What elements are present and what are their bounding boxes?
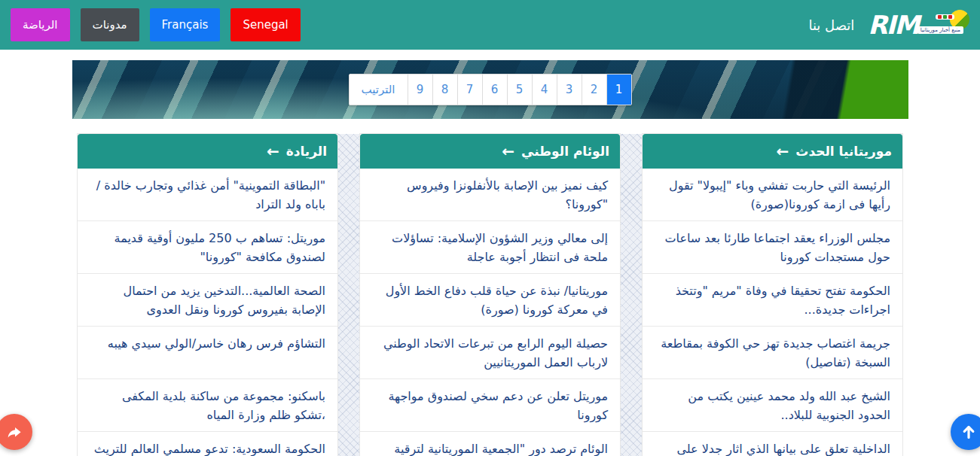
topbar-nav: الرياضةمدوناتFrançaisSenegal [11, 8, 301, 41]
nav-button-french[interactable]: Français [150, 8, 221, 41]
news-headline-link[interactable]: الوئام ترصد دور "الجمعية الموريتانية لتر… [360, 432, 620, 456]
pagination-page-6[interactable]: 6 [482, 74, 507, 105]
logo-text: RIM [868, 12, 918, 38]
news-headline-link[interactable]: الحكومة تفتح تحقيقا في وفاة "مريم "وتتخذ… [643, 274, 902, 327]
pagination-sort-label[interactable]: الترتيب [350, 74, 408, 105]
news-headline-link[interactable]: مجلس الوزراء يعقد اجتماعا طارئا بعد ساعا… [643, 221, 902, 274]
news-headline-link[interactable]: حصيلة اليوم الرابع من تبرعات الاتحاد الو… [360, 327, 620, 379]
logo-tagline: منبع أخبار موريتانيا [917, 26, 963, 34]
pagination-page-2[interactable]: 2 [582, 74, 606, 105]
nav-button-sports[interactable]: الرياضة [11, 8, 70, 41]
main-content: الترتيب987654321 موريتانيا الحدث←الرئيسة… [0, 50, 980, 456]
news-headline-link[interactable]: التشاؤم فرس رهان خاسر/الولي سيدي هيبه [78, 327, 337, 379]
news-headline-link[interactable]: موريتل: تساهم ب 250 مليون أوقية قديمة لص… [78, 221, 337, 274]
news-column: موريتانيا الحدث←الرئيسة التي حاربت تفشي … [643, 134, 902, 456]
news-columns: موريتانيا الحدث←الرئيسة التي حاربت تفشي … [78, 134, 902, 456]
news-headline-link[interactable]: الحكومة السعودية: تدعو مسلمي العالم للتر… [78, 432, 337, 456]
news-headline-link[interactable]: موريتانيا/ نبذة عن حياة قلب دفاع الخط ال… [360, 274, 620, 327]
pagination-page-7[interactable]: 7 [457, 74, 482, 105]
news-headline-link[interactable]: الداخلية تعلق على بيانها الذي اثار جدلا … [643, 432, 902, 456]
news-headline-link[interactable]: الرئيسة التي حاربت تفشي وباء "إيبولا" تق… [643, 169, 902, 221]
arrow-left-icon: ← [777, 142, 789, 160]
pagination-page-9[interactable]: 9 [408, 74, 432, 105]
news-headline-link[interactable]: باسكنو: مجموعة من ساكنة بلدية المكفى ،تش… [78, 379, 337, 432]
column-header[interactable]: موريتانيا الحدث← [643, 134, 902, 169]
news-headline-link[interactable]: "البطاقة التموينية" أمن غذائي وتجارب خال… [78, 169, 337, 221]
news-headline-link[interactable]: إلى معالي وزير الشؤون الإسلامية: تساؤلات… [360, 221, 620, 274]
logo-mark: منبع أخبار موريتانيا [921, 8, 969, 41]
news-column: الوئام الوطني←كيف نميز بين الإصابة بالأن… [360, 134, 620, 456]
nav-button-senegal[interactable]: Senegal [230, 8, 300, 41]
arrow-left-icon: ← [267, 142, 279, 160]
pagination-bar: الترتيب987654321 [349, 74, 632, 105]
topbar: RIM منبع أخبار موريتانيا اتصل بنا الرياض… [0, 0, 980, 50]
pagination-page-3[interactable]: 3 [557, 74, 582, 105]
column-title: الوئام الوطني [521, 144, 609, 159]
pagination-page-1[interactable]: 1 [606, 74, 631, 105]
column-title: الريادة [286, 144, 327, 159]
pagination-page-5[interactable]: 5 [507, 74, 532, 105]
logo-dots-icon [936, 14, 954, 20]
nav-button-blogs[interactable]: مدونات [81, 8, 139, 41]
news-headline-link[interactable]: الشيخ عبد الله ولد محمد عينين يكتب من ال… [643, 379, 902, 432]
arrow-left-icon: ← [502, 142, 514, 160]
news-headline-link[interactable]: كيف نميز بين الإصابة بالأنفلونزا وفيروس … [360, 169, 620, 221]
column-header[interactable]: الوئام الوطني← [360, 134, 620, 169]
pagination-page-4[interactable]: 4 [532, 74, 557, 105]
contact-link[interactable]: اتصل بنا [808, 17, 854, 33]
news-headline-link[interactable]: موريتل تعلن عن دعم سخي لصندوق مواجهة كور… [360, 379, 620, 432]
share-icon [5, 423, 23, 441]
page: RIM منبع أخبار موريتانيا اتصل بنا الرياض… [0, 0, 980, 456]
news-column: الريادة←"البطاقة التموينية" أمن غذائي وت… [78, 134, 337, 456]
column-title: موريتانيا الحدث [795, 144, 892, 159]
arrow-up-icon [960, 423, 978, 441]
news-headline-link[interactable]: جريمة اغتصاب جديدة تهز حي الكوفة بمقاطعة… [643, 327, 902, 379]
column-header[interactable]: الريادة← [78, 134, 337, 169]
pagination-page-8[interactable]: 8 [432, 74, 457, 105]
banner-image: الترتيب987654321 [72, 60, 908, 119]
brand-group: RIM منبع أخبار موريتانيا اتصل بنا [808, 8, 969, 41]
site-logo[interactable]: RIM منبع أخبار موريتانيا [868, 8, 969, 41]
news-headline-link[interactable]: الصحة العالمية...التدخين يزيد من احتمال … [78, 274, 337, 327]
